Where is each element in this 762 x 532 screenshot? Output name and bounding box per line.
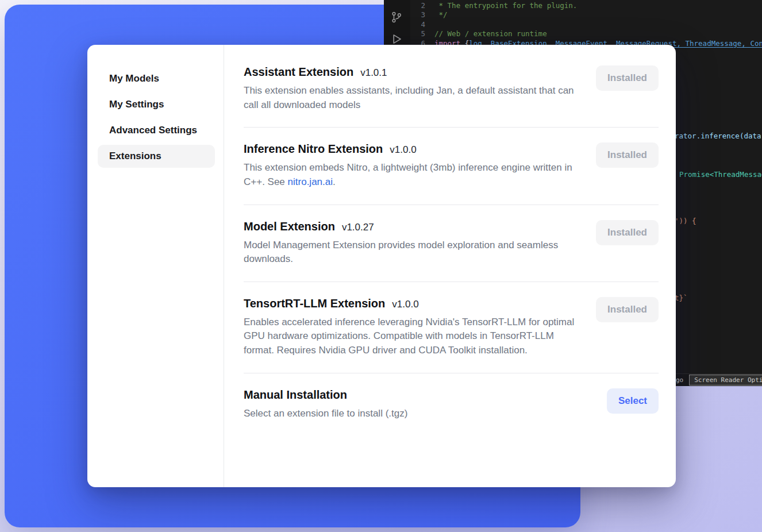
extension-description: This extension embeds Nitro, a lightweig… <box>244 161 582 189</box>
extension-version: v1.0.27 <box>342 222 374 233</box>
git-branch-icon[interactable] <box>390 11 403 25</box>
extension-title: Model Extension <box>244 220 335 233</box>
extension-description: Enables accelerated inference leveraging… <box>244 315 582 358</box>
extension-description: Model Management Extension provides mode… <box>244 238 582 267</box>
extension-version: v1.0.1 <box>360 67 387 79</box>
code-fragment: t}` <box>675 294 688 302</box>
code-line: 2 * The entrypoint for the plugin. <box>410 1 762 10</box>
extension-title: Assistant Extension <box>244 65 353 79</box>
extension-title: TensortRT-LLM Extension <box>244 297 385 310</box>
code-text: // Web / extension runtime <box>434 29 547 38</box>
nitro-jan-ai-link[interactable]: nitro.jan.ai <box>288 176 333 187</box>
line-number: 2 <box>410 1 425 10</box>
installed-button[interactable]: Installed <box>596 142 659 168</box>
code-fragment: ')) { <box>675 217 696 225</box>
settings-sidebar: My Models My Settings Advanced Settings … <box>87 45 224 487</box>
line-number: 4 <box>410 20 425 29</box>
sidebar-item-my-models[interactable]: My Models <box>98 67 215 90</box>
extension-section-manual-install: Manual Installation Select an extension … <box>244 373 659 436</box>
line-number: 3 <box>410 10 425 20</box>
installed-button[interactable]: Installed <box>596 65 659 91</box>
line-number: 5 <box>410 29 425 38</box>
extension-version: v1.0.0 <box>390 144 416 156</box>
status-text: go <box>676 376 683 384</box>
extension-version: v1.0.0 <box>392 299 418 310</box>
sidebar-item-extensions[interactable]: Extensions <box>98 145 215 168</box>
extension-section-assistant: Assistant Extension v1.0.1 This extensio… <box>244 51 659 128</box>
code-fragment: Promise<ThreadMessage> <box>679 170 762 179</box>
desktop: 2 * The entrypoint for the plugin. 3 */ … <box>0 0 762 532</box>
extensions-panel: Assistant Extension v1.0.1 This extensio… <box>224 45 676 487</box>
code-line: 3 */ <box>410 10 762 20</box>
editor-code: 2 * The entrypoint for the plugin. 3 */ … <box>410 1 762 48</box>
code-line: 5 // Web / extension runtime <box>410 29 762 38</box>
select-file-button[interactable]: Select <box>607 388 659 414</box>
installed-button[interactable]: Installed <box>596 220 659 245</box>
description-text: . <box>333 176 336 187</box>
extension-title: Manual Installation <box>244 388 347 402</box>
code-line: 4 <box>410 20 762 29</box>
extension-description: This extension enables assistants, inclu… <box>244 84 582 112</box>
extension-description: Select an extension file to install (.tg… <box>244 407 407 421</box>
code-fragment: rator.inference(data)); <box>675 132 762 140</box>
code-text: * The entrypoint for the plugin. <box>434 1 577 10</box>
sidebar-item-advanced-settings[interactable]: Advanced Settings <box>98 119 215 142</box>
sidebar-item-my-settings[interactable]: My Settings <box>98 93 215 116</box>
settings-modal: My Models My Settings Advanced Settings … <box>87 45 676 487</box>
code-text: */ <box>434 10 448 20</box>
extension-section-tensorrt: TensortRT-LLM Extension v1.0.0 Enables a… <box>244 282 659 373</box>
extension-section-nitro: Inference Nitro Extension v1.0.0 This ex… <box>244 128 659 205</box>
extension-title: Inference Nitro Extension <box>244 142 383 156</box>
extension-section-model: Model Extension v1.0.27 Model Management… <box>244 205 659 282</box>
installed-button[interactable]: Installed <box>596 297 659 322</box>
screen-reader-status-item[interactable]: Screen Reader Optimize <box>689 375 762 385</box>
